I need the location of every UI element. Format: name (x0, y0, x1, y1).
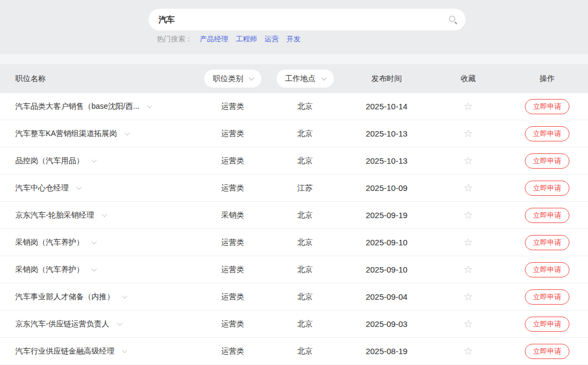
hot-search-links: 产品经理工程师运营开发 (200, 34, 301, 44)
job-location: 北京 (297, 319, 313, 329)
job-date: 2025-10-09 (366, 183, 408, 193)
category-filter-dropdown[interactable]: 职位类别 (204, 70, 261, 88)
favorite-star-icon[interactable]: ☆ (463, 264, 473, 275)
favorite-star-icon[interactable]: ☆ (463, 183, 473, 193)
apply-button[interactable]: 立即申请 (525, 235, 569, 250)
header-favorite-label: 收藏 (461, 74, 476, 84)
apply-button[interactable]: 立即申请 (525, 99, 569, 114)
chevron-down-icon[interactable] (117, 320, 122, 326)
apply-button[interactable]: 立即申请 (525, 126, 569, 141)
table-row: 汽车中心仓经理 运营类 江苏 2025-10-09 ☆ 立即申请 (0, 175, 588, 202)
chevron-down-icon (321, 75, 326, 81)
chevron-down-icon[interactable] (122, 348, 127, 353)
hot-search-link[interactable]: 运营 (265, 34, 279, 44)
favorite-star-icon[interactable]: ☆ (463, 156, 473, 166)
job-title-text[interactable]: 采销岗（汽车养护） (15, 265, 84, 275)
search-button[interactable] (444, 9, 465, 30)
job-title-text[interactable]: 京东汽车-供应链运营负责人 (15, 319, 109, 329)
header-publish-date: 发布时间 (343, 64, 430, 93)
job-location: 北京 (297, 156, 313, 166)
job-date: 2025-08-19 (366, 347, 408, 356)
table-row: 汽车行业供应链金融高级经理 运营类 北京 2025-08-19 ☆ 立即申请 (0, 338, 588, 365)
chevron-down-icon[interactable] (76, 184, 82, 190)
table-row: 采销岗（汽车养护） 运营类 北京 2025-09-10 ☆ 立即申请 (0, 229, 588, 256)
job-title-text[interactable]: 京东汽车-轮胎采销经理 (15, 211, 94, 220)
job-date: 2025-09-10 (366, 265, 408, 274)
favorite-star-icon[interactable]: ☆ (463, 319, 473, 329)
job-title-text[interactable]: 品控岗（汽车用品） (15, 156, 84, 166)
favorite-star-icon[interactable]: ☆ (463, 128, 473, 139)
chevron-down-icon[interactable] (122, 293, 127, 299)
chevron-down-icon[interactable] (147, 103, 152, 108)
favorite-star-icon[interactable]: ☆ (463, 210, 473, 220)
header-job-title: 职位名称 (0, 64, 199, 93)
job-category: 运营类 (222, 319, 244, 329)
job-table-header: 职位名称 职位类别 工作地点 发布时间 收藏 操作 (0, 64, 588, 93)
hot-search-row: 热门搜索： 产品经理工程师运营开发 (157, 34, 301, 44)
job-category: 运营类 (222, 183, 244, 193)
job-category: 运营类 (222, 129, 244, 139)
apply-button[interactable]: 立即申请 (525, 208, 569, 223)
header-job-title-label: 职位名称 (15, 74, 46, 84)
category-filter-label: 职位类别 (213, 74, 243, 84)
job-date: 2025-09-03 (366, 319, 408, 329)
chevron-down-icon (249, 75, 254, 81)
job-category: 采销类 (222, 211, 244, 220)
chevron-down-icon[interactable] (125, 130, 130, 135)
job-title-text[interactable]: 汽车整车KA营销组渠道拓展岗 (15, 129, 117, 139)
job-location: 北京 (297, 102, 313, 112)
job-date: 2025-09-10 (366, 238, 408, 247)
hot-search-label: 热门搜索： (157, 34, 192, 44)
search-box (149, 9, 465, 30)
search-icon (449, 16, 457, 24)
job-title-text[interactable]: 汽车行业供应链金融高级经理 (15, 347, 114, 356)
job-table-body: 汽车品类大客户销售（base沈阳/西... 运营类 北京 2025-10-14 … (0, 93, 588, 365)
table-row: 京东汽车-轮胎采销经理 采销类 北京 2025-09-19 ☆ 立即申请 (0, 202, 588, 229)
search-input[interactable] (149, 15, 444, 24)
header-action: 操作 (506, 64, 588, 93)
apply-button[interactable]: 立即申请 (525, 344, 569, 359)
chevron-down-icon[interactable] (102, 212, 107, 217)
apply-button[interactable]: 立即申请 (525, 289, 569, 305)
job-location: 北京 (297, 347, 313, 356)
job-title-text[interactable]: 采销岗（汽车养护） (15, 238, 84, 248)
job-location: 北京 (297, 238, 313, 248)
table-row: 京东汽车-供应链运营负责人 运营类 北京 2025-09-03 ☆ 立即申请 (0, 311, 588, 338)
hot-search-link[interactable]: 产品经理 (200, 34, 228, 44)
job-title-text[interactable]: 汽车中心仓经理 (15, 183, 69, 193)
table-row: 汽车事业部人才储备（内推） 运营类 北京 2025-09-04 ☆ 立即申请 (0, 283, 588, 311)
hot-search-link[interactable]: 工程师 (236, 34, 257, 44)
job-title-text[interactable]: 汽车品类大客户销售（base沈阳/西... (15, 102, 139, 112)
apply-button[interactable]: 立即申请 (525, 262, 569, 277)
job-title-text[interactable]: 汽车事业部人才储备（内推） (15, 292, 114, 302)
job-date: 2025-10-14 (366, 102, 408, 111)
table-row: 汽车品类大客户销售（base沈阳/西... 运营类 北京 2025-10-14 … (0, 93, 588, 120)
apply-button[interactable]: 立即申请 (525, 317, 569, 332)
location-filter-label: 工作地点 (285, 74, 316, 84)
job-category: 运营类 (222, 265, 244, 275)
favorite-star-icon[interactable]: ☆ (463, 101, 473, 112)
job-category: 运营类 (222, 238, 244, 248)
table-row: 品控岗（汽车用品） 运营类 北京 2025-10-13 ☆ 立即申请 (0, 147, 588, 175)
chevron-down-icon[interactable] (91, 266, 97, 271)
job-category: 运营类 (222, 347, 244, 356)
search-section: 热门搜索： 产品经理工程师运营开发 (0, 0, 588, 54)
job-category: 运营类 (222, 292, 244, 302)
job-date: 2025-10-13 (366, 156, 408, 165)
chevron-down-icon[interactable] (91, 239, 97, 244)
table-row: 采销岗（汽车养护） 运营类 北京 2025-09-10 ☆ 立即申请 (0, 256, 588, 283)
location-filter-dropdown[interactable]: 工作地点 (277, 70, 334, 88)
favorite-star-icon[interactable]: ☆ (463, 346, 473, 356)
job-location: 北京 (297, 292, 313, 302)
favorite-star-icon[interactable]: ☆ (463, 237, 473, 248)
chevron-down-icon[interactable] (91, 157, 97, 163)
job-location: 北京 (297, 129, 313, 139)
hot-search-link[interactable]: 开发 (286, 34, 301, 44)
header-favorite: 收藏 (430, 64, 506, 93)
apply-button[interactable]: 立即申请 (525, 153, 569, 169)
apply-button[interactable]: 立即申请 (525, 181, 569, 196)
favorite-star-icon[interactable]: ☆ (463, 292, 473, 302)
job-location: 北京 (297, 265, 313, 275)
job-date: 2025-09-04 (366, 292, 408, 301)
job-location: 江苏 (297, 183, 313, 193)
